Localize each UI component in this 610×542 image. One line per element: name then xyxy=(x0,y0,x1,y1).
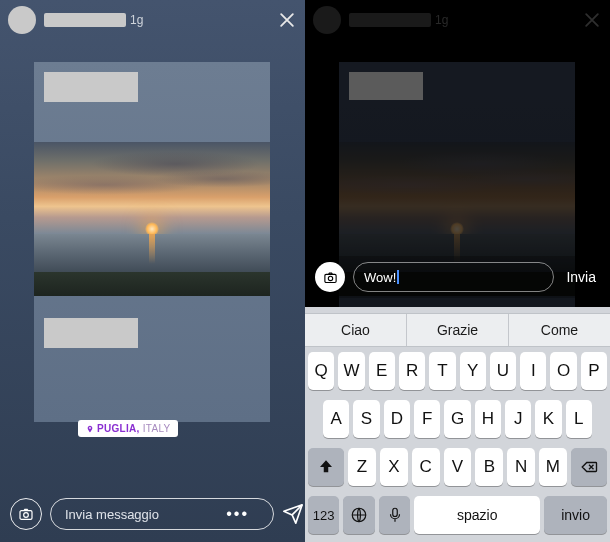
keyboard-suggestions: Ciao Grazie Come xyxy=(305,313,610,347)
key[interactable]: S xyxy=(353,400,379,438)
ios-keyboard: Ciao Grazie Come Q W E R T Y U I O P A S… xyxy=(305,307,610,542)
send-icon[interactable] xyxy=(282,503,304,525)
key[interactable]: P xyxy=(581,352,607,390)
key[interactable]: X xyxy=(380,448,408,486)
key[interactable]: Y xyxy=(460,352,486,390)
close-icon[interactable] xyxy=(582,10,602,30)
key[interactable]: H xyxy=(475,400,501,438)
key-row-4: 123 spazio invio xyxy=(305,491,610,542)
key[interactable]: I xyxy=(520,352,546,390)
key[interactable]: N xyxy=(507,448,535,486)
key[interactable]: A xyxy=(323,400,349,438)
key[interactable]: Q xyxy=(308,352,334,390)
location-main: PUGLIA, xyxy=(97,423,140,434)
globe-key[interactable] xyxy=(343,496,374,534)
shift-key[interactable] xyxy=(308,448,344,486)
svg-point-3 xyxy=(328,276,332,280)
key[interactable]: E xyxy=(369,352,395,390)
active-reply-bar: Wow! Invia xyxy=(305,256,610,298)
story-reply-bar: ••• xyxy=(0,490,305,542)
story-reply-screen: 1g Wow! Invia Ciao Grazie Come xyxy=(305,0,610,542)
story-time: 1g xyxy=(130,13,143,27)
close-icon[interactable] xyxy=(277,10,297,30)
story-time: 1g xyxy=(435,13,448,27)
text-cursor xyxy=(397,270,399,284)
numbers-key[interactable]: 123 xyxy=(308,496,339,534)
key[interactable]: T xyxy=(429,352,455,390)
username-redacted[interactable] xyxy=(349,13,431,27)
key-row-2: A S D F G H J K L xyxy=(305,395,610,443)
send-button[interactable]: Invia xyxy=(562,269,600,285)
reply-input-value: Wow! xyxy=(364,270,396,285)
avatar[interactable] xyxy=(8,6,36,34)
camera-button[interactable] xyxy=(315,262,345,292)
story-viewer-screen: 1g PUGLIA, ITALY ••• xyxy=(0,0,305,542)
key[interactable]: U xyxy=(490,352,516,390)
suggestion[interactable]: Grazie xyxy=(406,314,508,346)
story-content[interactable] xyxy=(34,62,270,422)
more-icon[interactable]: ••• xyxy=(226,505,249,523)
key[interactable]: Z xyxy=(348,448,376,486)
location-sub: ITALY xyxy=(143,423,171,434)
key[interactable]: W xyxy=(338,352,364,390)
key[interactable]: J xyxy=(505,400,531,438)
key[interactable]: F xyxy=(414,400,440,438)
svg-rect-5 xyxy=(392,508,397,516)
redacted-block xyxy=(44,318,138,348)
story-topbar: 1g xyxy=(305,0,610,38)
camera-button[interactable] xyxy=(10,498,42,530)
key-row-3: Z X C V B N M xyxy=(305,443,610,491)
key[interactable]: O xyxy=(550,352,576,390)
key[interactable]: B xyxy=(475,448,503,486)
username-redacted[interactable] xyxy=(44,13,126,27)
story-topbar: 1g xyxy=(0,0,305,38)
svg-point-1 xyxy=(24,513,29,518)
key[interactable]: K xyxy=(535,400,561,438)
location-sticker[interactable]: PUGLIA, ITALY xyxy=(78,420,178,437)
suggestion[interactable]: Ciao xyxy=(305,314,406,346)
story-photo-sunset xyxy=(34,142,270,296)
key[interactable]: R xyxy=(399,352,425,390)
key[interactable]: G xyxy=(444,400,470,438)
suggestion[interactable]: Come xyxy=(508,314,610,346)
svg-rect-0 xyxy=(20,511,32,520)
space-key[interactable]: spazio xyxy=(414,496,540,534)
key[interactable]: C xyxy=(412,448,440,486)
svg-rect-2 xyxy=(324,274,335,282)
backspace-key[interactable] xyxy=(571,448,607,486)
redacted-block xyxy=(44,72,138,102)
key-row-1: Q W E R T Y U I O P xyxy=(305,347,610,395)
avatar[interactable] xyxy=(313,6,341,34)
key[interactable]: V xyxy=(444,448,472,486)
key[interactable]: M xyxy=(539,448,567,486)
mic-key[interactable] xyxy=(379,496,410,534)
redacted-block xyxy=(349,72,423,100)
reply-input[interactable]: Wow! xyxy=(353,262,554,292)
return-key[interactable]: invio xyxy=(544,496,607,534)
key[interactable]: D xyxy=(384,400,410,438)
key[interactable]: L xyxy=(566,400,592,438)
